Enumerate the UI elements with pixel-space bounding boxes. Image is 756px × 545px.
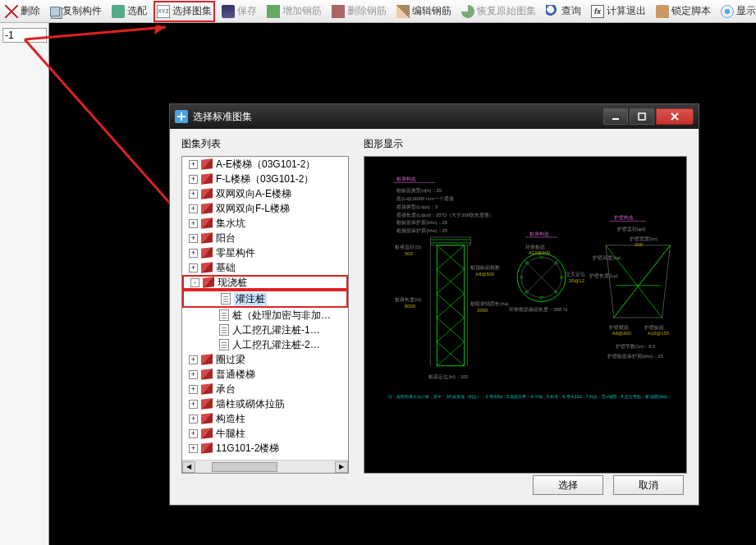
select-button[interactable]: 选择 <box>533 475 603 495</box>
tree-node[interactable]: -现浇桩 <box>182 275 348 290</box>
tree-node-label: 人工挖孔灌注桩-1… <box>232 323 320 337</box>
toolbar-select-atlas[interactable]: XYZ选择图集 <box>153 1 215 22</box>
tree-node-label: 双网双向A-E楼梯 <box>216 187 291 201</box>
expand-icon[interactable]: + <box>189 249 198 258</box>
preview-heading: 图形显示 <box>364 137 687 151</box>
expand-icon[interactable]: + <box>189 234 198 243</box>
tree-node[interactable]: +牛腿柱 <box>182 426 348 441</box>
tree-node[interactable]: +零星构件 <box>182 245 348 260</box>
tree-node[interactable]: 人工挖孔灌注桩-1… <box>182 323 348 337</box>
tree-node[interactable]: +11G101-2楼梯 <box>182 441 348 456</box>
toolbar-fit-view[interactable]: 显示全图 <box>717 1 756 22</box>
expand-icon[interactable]: + <box>189 204 198 213</box>
svg-text:环形嵌筋箍筋长度：350 *d: 环形嵌筋箍筋长度：350 *d <box>509 306 567 312</box>
expand-icon[interactable]: + <box>189 400 198 409</box>
tree-node[interactable]: 人工挖孔灌注桩-2… <box>182 337 348 352</box>
expand-icon[interactable]: + <box>189 370 198 379</box>
tree-node[interactable]: +双网双向F-L楼梯 <box>182 201 348 216</box>
expand-icon[interactable]: + <box>189 385 198 394</box>
svg-point-49 <box>540 256 543 259</box>
toolbar-save[interactable]: 保存 <box>218 1 260 22</box>
svg-rect-9 <box>639 113 645 120</box>
tree-node[interactable]: +普通楼梯 <box>182 367 348 382</box>
svg-point-53 <box>540 296 543 299</box>
tree-node-label: 集水坑 <box>216 217 245 231</box>
expand-icon[interactable]: + <box>189 429 198 438</box>
toolbar-query[interactable]: 查询 <box>543 1 584 22</box>
toolbar-del-rebar[interactable]: 删除钢筋 <box>328 1 390 22</box>
tree-node-label: 人工挖孔灌注桩-2… <box>232 338 320 352</box>
svg-text:2000: 2000 <box>477 308 488 313</box>
svg-point-51 <box>561 277 563 279</box>
tree-scrollbar[interactable]: ◀ ▶ <box>182 460 348 473</box>
select-atlas-icon: XYZ <box>157 5 170 18</box>
expand-icon <box>207 311 216 320</box>
tree-node[interactable]: 灌注桩 <box>182 290 348 308</box>
collapse-icon[interactable]: - <box>190 278 199 287</box>
svg-text:筋(Ldj1)6000 mm一个搭接: 筋(Ldj1)6000 mm一个搭接 <box>396 195 453 201</box>
toolbar-edit-rebar[interactable]: 编辑钢筋 <box>393 1 455 22</box>
svg-text:护壁横筋: 护壁横筋 <box>608 324 629 330</box>
svg-text:桩纵筋保护层(bhc)：25: 桩纵筋保护层(bhc)：25 <box>396 219 448 225</box>
tree-node-label: 承台 <box>216 382 236 396</box>
tree-node-label: 灌注桩 <box>234 292 267 306</box>
tree-node[interactable]: +圈过梁 <box>182 352 348 367</box>
svg-text:A8@300: A8@300 <box>475 272 495 277</box>
svg-text:护壁长度(Lp): 护壁长度(Lp) <box>589 272 617 278</box>
expand-icon[interactable]: + <box>189 190 198 199</box>
expand-icon[interactable]: + <box>189 355 198 364</box>
book-icon <box>201 442 213 453</box>
expand-icon[interactable]: + <box>189 219 198 228</box>
minimize-button[interactable] <box>603 108 628 125</box>
svg-text:搭接类型(Ldpx)：3: 搭接类型(Ldpx)：3 <box>396 204 438 209</box>
restore-icon <box>461 5 474 18</box>
tree-node[interactable]: +双网双向A-E楼梯 <box>182 186 348 201</box>
atlas-tree[interactable]: +A-E楼梯（03G101-2）+F-L楼梯（03G101-2）+双网双向A-E… <box>181 156 349 474</box>
cancel-button[interactable]: 取消 <box>613 475 684 495</box>
tree-node[interactable]: 桩（处理加密与非加… <box>182 308 348 323</box>
svg-text:A12@200: A12@200 <box>529 250 551 255</box>
toolbar-calc-exit[interactable]: fx计算退出 <box>588 1 649 22</box>
toolbar-copy-member[interactable]: 复制构件 <box>47 1 105 22</box>
expand-icon[interactable]: + <box>189 175 198 184</box>
left-index-input[interactable] <box>2 28 47 43</box>
expand-icon[interactable]: + <box>189 444 198 453</box>
tree-node[interactable]: +构造柱 <box>182 411 348 426</box>
scroll-right-icon[interactable]: ▶ <box>335 461 348 473</box>
svg-line-71 <box>614 245 671 318</box>
svg-text:护壁宽度(bc): 护壁宽度(bc) <box>629 236 657 241</box>
expand-icon[interactable]: + <box>189 263 198 272</box>
tree-node[interactable]: +集水坑 <box>182 216 348 231</box>
dialog-title: 选择标准图集 <box>193 110 602 124</box>
svg-text:护壁直径(φd): 护壁直径(φd) <box>616 226 646 231</box>
toolbar-lock-script[interactable]: 锁定脚本 <box>653 1 714 22</box>
tree-node[interactable]: +墙柱或砌体拉筋 <box>182 396 348 411</box>
toolbar-label: 显示全图 <box>736 4 756 18</box>
fit-view-icon <box>721 5 734 18</box>
book-icon <box>201 158 213 169</box>
toolbar-add-rebar[interactable]: 增加钢筋 <box>263 1 325 22</box>
left-panel <box>0 23 49 545</box>
svg-text:8000: 8000 <box>405 304 416 309</box>
select-atlas-dialog: 选择标准图集 图集列表 +A-E楼梯（03G101-2）+F-L楼梯（03G10… <box>169 103 699 506</box>
close-button[interactable] <box>656 108 694 125</box>
del-rebar-icon <box>332 5 345 18</box>
add-rebar-icon <box>267 5 280 18</box>
maximize-button[interactable] <box>630 108 654 125</box>
svg-text:护壁高度(za): 护壁高度(za) <box>592 254 621 260</box>
toolbar-select-match[interactable]: 选配 <box>108 1 150 22</box>
scroll-thumb[interactable] <box>212 462 277 472</box>
toolbar-restore[interactable]: 恢复原始图集 <box>458 1 539 22</box>
expand-icon <box>207 326 216 335</box>
svg-text:桩顶纵筋根数: 桩顶纵筋根数 <box>470 264 500 270</box>
tree-node[interactable]: +阳台 <box>182 231 348 245</box>
toolbar-delete[interactable]: 删除 <box>2 1 44 22</box>
expand-icon[interactable]: + <box>189 414 198 424</box>
book-icon <box>201 203 213 213</box>
scroll-left-icon[interactable]: ◀ <box>182 461 195 473</box>
expand-icon[interactable]: + <box>189 160 198 169</box>
tree-node[interactable]: +F-L楼梯（03G101-2） <box>182 172 348 186</box>
tree-node[interactable]: +A-E楼梯（03G101-2） <box>182 157 348 172</box>
tree-node[interactable]: +基础 <box>182 260 348 275</box>
tree-node[interactable]: +承台 <box>182 382 348 396</box>
